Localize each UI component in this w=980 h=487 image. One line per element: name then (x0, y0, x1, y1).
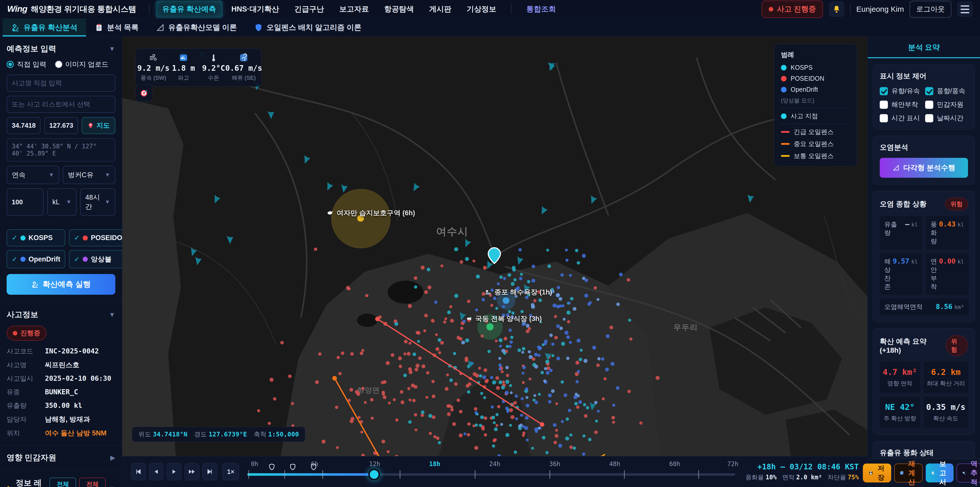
tab-model-theory[interactable]: 유출유확산모델 이론 (147, 19, 245, 37)
nav-item-rescue[interactable]: 긴급구난 (288, 0, 331, 18)
pick-on-map-button[interactable]: 지도 (82, 117, 115, 134)
boom-deploy-marker-icon[interactable] (269, 463, 275, 471)
unit-select[interactable]: kL ▼ (47, 188, 76, 216)
nav-item-reports[interactable]: 보고자료 (332, 0, 375, 18)
polygon-analysis-button[interactable]: 다각형 분석수행 (880, 158, 968, 178)
timeline-handle[interactable] (368, 469, 380, 481)
nav-item-aerial-search[interactable]: 항공탐색 (377, 0, 420, 18)
summary-panel-scroll[interactable]: 표시 정보 제어 유향/유속 풍향/풍속 해안부착 민감자원 시간 표시 날짜시… (868, 58, 980, 459)
backtrack-button[interactable]: 역추적 (956, 463, 980, 482)
radio-image-upload[interactable]: 이미지 업로드 (55, 60, 109, 69)
coord-lat: 34.7418°N (153, 431, 187, 438)
skip-to-end-button[interactable] (202, 463, 217, 481)
checkbox-datetime[interactable]: 날짜시간 (925, 113, 968, 123)
stat-value: 0.43 (939, 220, 956, 228)
stat-unit: kl (958, 222, 964, 228)
report-button[interactable]: 보고서 (926, 463, 953, 482)
stat-label: 면적 (782, 474, 794, 481)
spill-type-select[interactable]: 연속 ▼ (6, 166, 59, 184)
recalculate-button[interactable]: 재계산 (894, 463, 923, 482)
boom-deploy-marker-icon[interactable] (310, 463, 317, 471)
nav-item-weather[interactable]: 기상정보 (460, 0, 503, 18)
weather-label: 해류 (SE) (232, 74, 256, 82)
set-square-icon (156, 23, 165, 32)
dms-coordinates: 34° 44' 30.58" N / 127° 40' 25.89" E (6, 138, 115, 162)
clipboard-icon (95, 23, 103, 32)
oil-type-select[interactable]: 벙커C유 ▼ (63, 166, 115, 184)
chevron-right-icon[interactable]: ▶ (110, 454, 115, 462)
incident-active-badge[interactable]: 사고 진행중 (762, 0, 823, 18)
nav-item-oil-spill-forecast[interactable]: 유출유 확산예측 (156, 0, 223, 18)
run-prediction-button[interactable]: 확산예측 실행 (6, 274, 115, 295)
incident-location: 여수 돌산 남방 5NM (45, 428, 107, 438)
checkbox-label: 시간 표시 (891, 113, 920, 123)
layers-all-off-button[interactable]: 전체 끄기 (79, 477, 106, 487)
left-sidebar[interactable]: 예측정보 입력 ▼ 직접 입력 이미지 업로드 (0, 37, 122, 487)
topbar-right: 사고 진행중 Eunjeong Kim 로그아웃 (762, 0, 973, 18)
menu-button[interactable] (957, 1, 973, 17)
nav-item-hns[interactable]: HNS·대기확산 (225, 0, 286, 18)
longitude-input[interactable] (44, 117, 78, 134)
weather-label: 수온 (208, 74, 219, 82)
affected-resources-section[interactable]: 영향 민감자원 ▶ (0, 445, 122, 471)
latitude-input[interactable] (6, 117, 41, 134)
layers-all-on-button[interactable]: 전체 켜기 (49, 477, 76, 487)
map-canvas[interactable]: 여수시 우두리 화양면 (122, 37, 867, 456)
amount-input[interactable] (6, 188, 44, 216)
stat-label: 유출량 (884, 220, 903, 237)
logout-button[interactable]: 로그아웃 (910, 1, 951, 18)
fast-forward-button[interactable] (185, 463, 199, 481)
timeline-track-area[interactable]: 0h 6h 12h 18h 24h 36h 48h 60h 72h (247, 457, 735, 487)
timeline-status: +18h – 03/12 08:46 KST 풍화율 10% 면적 2.0 km… (746, 462, 859, 481)
top-navbar: Wing 해양환경 위기대응 통합시스템 유출유 확산예측 HNS·대기확산 긴… (0, 0, 980, 19)
save-button[interactable]: 저장 (863, 463, 891, 482)
skip-to-start-button[interactable] (131, 463, 146, 481)
playback-speed-button[interactable]: 1× (222, 463, 239, 481)
stat-label: 풍화율 (746, 474, 764, 481)
incident-location-pin[interactable] (488, 247, 501, 264)
notifications-button[interactable] (829, 1, 845, 17)
play-button[interactable] (167, 463, 181, 481)
timeline-progress-fill (247, 473, 374, 476)
checkbox-shore-attach[interactable]: 해안부착 (880, 100, 923, 109)
checkbox-sensitive-resource[interactable]: 민감자원 (925, 100, 968, 109)
chevron-down-icon[interactable]: ▼ (109, 45, 115, 53)
beach-marker-dot[interactable] (503, 297, 509, 304)
checkbox-time-display[interactable]: 시간 표시 (880, 113, 923, 123)
step-back-button[interactable] (149, 463, 164, 481)
danger-badge: 위험 (946, 335, 968, 356)
tab-spill-analysis[interactable]: 유출유 확산분석 (3, 19, 86, 37)
checkbox-current-dir[interactable]: 유향/유속 (880, 86, 923, 96)
tick-label: 24h (489, 460, 500, 468)
coord-lon: 127.6739°E (208, 431, 247, 438)
tab-analysis-list[interactable]: 분석 목록 (86, 19, 147, 37)
incident-name-input[interactable] (6, 75, 115, 92)
run-button-label: 확산예측 실행 (43, 279, 91, 290)
tab-boom-algorithm-theory[interactable]: 오일펜스 배치 알고리즘 이론 (245, 19, 370, 37)
model-chip-poseidon[interactable]: ✓ POSEIDON (69, 229, 122, 246)
beach-icon (485, 289, 492, 296)
incident-oil-type: BUNKER_C (45, 388, 78, 396)
farm-marker-dot[interactable] (487, 323, 493, 331)
model-chip-ensemble[interactable]: ✓ 앙상블 (69, 250, 122, 268)
chevron-down-icon[interactable]: ▼ (109, 311, 115, 319)
select-value: kL (52, 198, 60, 206)
nav-item-board[interactable]: 게시판 (422, 0, 458, 18)
nav-item-integrated-search[interactable]: 통합조회 (520, 0, 563, 18)
stat-shore-attached: 연안부착0.00kl (926, 253, 969, 295)
checkbox-wind-dir[interactable]: 풍향/풍속 (925, 86, 968, 96)
duration-select[interactable]: 48시간 ▼ (80, 188, 115, 216)
model-chip-opendrift[interactable]: ✓ OpenDrift (6, 250, 65, 268)
model-chip-kosps[interactable]: ✓ KOSPS (6, 229, 65, 246)
incident-list-input[interactable] (6, 96, 115, 113)
timeline-track[interactable] (247, 473, 735, 476)
field-label: 유종 (6, 388, 45, 397)
radio-direct-input[interactable]: 직접 입력 (6, 60, 46, 69)
recenter-target-button[interactable] (135, 85, 152, 102)
chevron-down-icon[interactable]: ▼ (109, 484, 115, 487)
forecast-max-distance: 6.2 km최대 확산 거리 (924, 362, 968, 393)
boom-deploy-marker-icon[interactable] (290, 463, 296, 471)
model-label: POSEIDON (91, 234, 122, 242)
user-name: Eunjeong Kim (856, 5, 904, 14)
nav-separator (511, 4, 511, 14)
